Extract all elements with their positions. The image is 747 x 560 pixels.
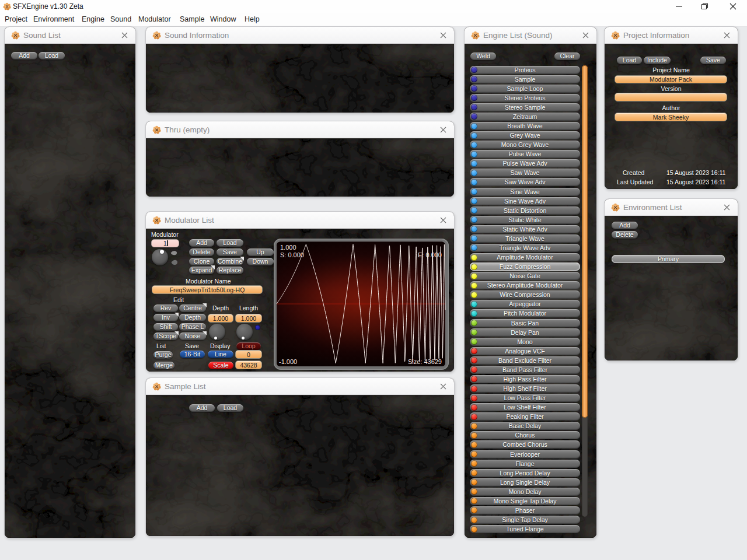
svg-text:E: 0.000: E: 0.000 — [418, 251, 442, 258]
svg-text:S: 0.000: S: 0.000 — [280, 251, 304, 258]
svg-text:Size: 43629: Size: 43629 — [408, 358, 442, 365]
svg-text:1.000: 1.000 — [280, 244, 296, 251]
svg-text:-1.000: -1.000 — [279, 358, 297, 365]
